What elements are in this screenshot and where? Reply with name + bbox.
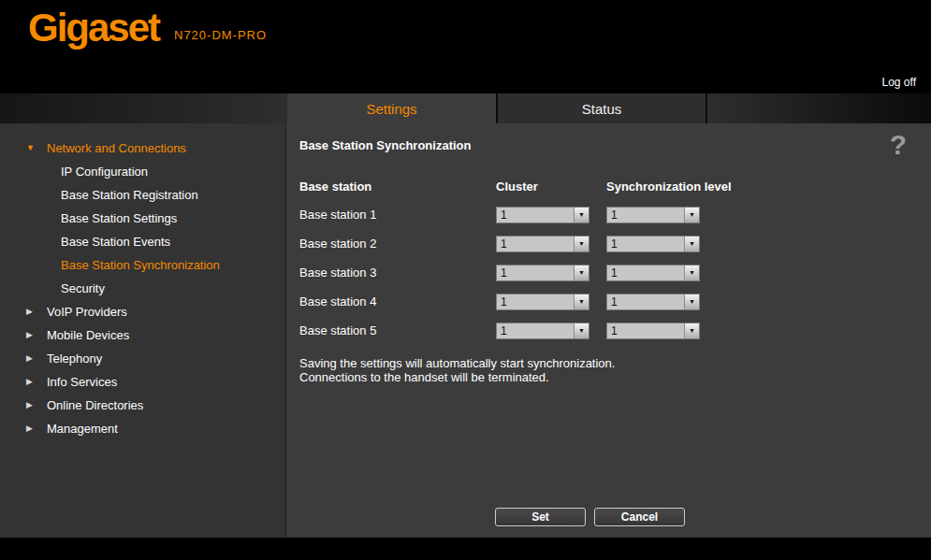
sidebar-item-label: Online Directories xyxy=(47,398,143,412)
page-title: Base Station Synchronization xyxy=(299,138,903,153)
sidebar-item-base-station-events[interactable]: Base Station Events xyxy=(0,230,285,253)
sync-level-select-5[interactable]: 1 ▼ xyxy=(606,323,700,339)
bottom-bar xyxy=(0,538,931,560)
dropdown-arrow-icon[interactable]: ▼ xyxy=(574,208,589,223)
note-line-2: Connections to the handset will be termi… xyxy=(299,370,903,384)
help-icon[interactable]: ? xyxy=(890,129,907,161)
cluster-select-1[interactable]: 1 ▼ xyxy=(496,207,589,223)
sidebar-item-label: Network and Connections xyxy=(47,141,186,155)
table-row: Base station 3 1 ▼ 1 ▼ xyxy=(299,258,903,287)
sidebar-item-mobile-devices[interactable]: ▶ Mobile Devices xyxy=(0,323,285,347)
cluster-select-3[interactable]: 1 ▼ xyxy=(496,265,589,281)
table-row: Base station 1 1 ▼ 1 ▼ xyxy=(299,200,903,229)
column-header-sync-level: Synchronization level xyxy=(606,179,903,194)
selected-value: 1 xyxy=(607,323,684,338)
selected-value: 1 xyxy=(497,208,574,223)
dropdown-arrow-icon[interactable]: ▼ xyxy=(684,294,699,309)
sync-level-select-4[interactable]: 1 ▼ xyxy=(606,294,700,310)
sidebar-item-label: Telephony xyxy=(47,352,102,366)
sync-level-select-3[interactable]: 1 ▼ xyxy=(606,265,700,281)
sidebar-item-label: Info Services xyxy=(47,375,117,389)
tab-settings[interactable]: Settings xyxy=(287,93,496,123)
action-button-row: Set Cancel xyxy=(495,508,685,526)
selected-value: 1 xyxy=(607,266,684,280)
dropdown-arrow-icon[interactable]: ▼ xyxy=(684,266,699,280)
dropdown-arrow-icon[interactable]: ▼ xyxy=(684,208,699,223)
row-label: Base station 4 xyxy=(299,294,496,309)
sidebar-item-label: Mobile Devices xyxy=(47,328,129,342)
sidebar-item-label: Management xyxy=(47,422,118,436)
note-line-1: Saving the settings will automatically s… xyxy=(299,356,903,370)
content-panel: Base Station Synchronization ? Base stat… xyxy=(286,123,931,538)
chevron-right-icon: ▶ xyxy=(26,347,39,370)
sync-level-select-1[interactable]: 1 ▼ xyxy=(606,207,700,223)
sidebar-item-telephony[interactable]: ▶ Telephony xyxy=(0,347,285,370)
header: Gigaset N720-DM-PRO Log off xyxy=(0,0,931,93)
tab-bar-right-spacer xyxy=(707,93,931,123)
sidebar-item-info-services[interactable]: ▶ Info Services xyxy=(0,370,285,394)
product-name: N720-DM-PRO xyxy=(174,28,267,42)
column-header-cluster: Cluster xyxy=(496,179,606,194)
sidebar-item-base-station-registration[interactable]: Base Station Registration xyxy=(0,183,285,207)
sidebar-item-label: VoIP Providers xyxy=(47,305,127,319)
selected-value: 1 xyxy=(497,266,574,280)
dropdown-arrow-icon[interactable]: ▼ xyxy=(574,237,589,251)
chevron-right-icon: ▶ xyxy=(26,417,39,440)
dropdown-arrow-icon[interactable]: ▼ xyxy=(684,323,699,338)
log-off-link[interactable]: Log off xyxy=(882,76,916,89)
sidebar-item-security[interactable]: Security xyxy=(0,277,285,300)
row-label: Base station 2 xyxy=(299,237,496,251)
selected-value: 1 xyxy=(497,237,574,251)
sync-level-select-2[interactable]: 1 ▼ xyxy=(606,236,700,252)
chevron-right-icon: ▶ xyxy=(26,370,39,394)
sidebar-item-online-directories[interactable]: ▶ Online Directories xyxy=(0,394,285,417)
row-label: Base station 1 xyxy=(299,208,496,222)
dropdown-arrow-icon[interactable]: ▼ xyxy=(574,294,589,309)
cancel-button[interactable]: Cancel xyxy=(594,508,685,526)
gigaset-logo: Gigaset xyxy=(28,6,159,50)
dropdown-arrow-icon[interactable]: ▼ xyxy=(684,237,699,251)
sidebar-item-base-station-settings[interactable]: Base Station Settings xyxy=(0,207,285,230)
sidebar-item-network-and-connections[interactable]: ▼ Network and Connections xyxy=(0,136,285,160)
dropdown-arrow-icon[interactable]: ▼ xyxy=(574,266,589,280)
table-row: Base station 2 1 ▼ 1 ▼ xyxy=(299,229,903,258)
sidebar-item-voip-providers[interactable]: ▶ VoIP Providers xyxy=(0,300,285,323)
column-header-base-station: Base station xyxy=(299,179,496,194)
selected-value: 1 xyxy=(607,294,684,309)
main-area: ▼ Network and Connections IP Configurati… xyxy=(0,123,931,538)
chevron-right-icon: ▶ xyxy=(26,394,39,417)
tab-bar-left-spacer xyxy=(0,93,287,123)
selected-value: 1 xyxy=(497,323,574,338)
chevron-right-icon: ▶ xyxy=(26,323,39,347)
cluster-select-2[interactable]: 1 ▼ xyxy=(496,236,589,252)
selected-value: 1 xyxy=(607,208,684,223)
cluster-select-4[interactable]: 1 ▼ xyxy=(496,294,589,310)
dropdown-arrow-icon[interactable]: ▼ xyxy=(574,323,589,338)
row-label: Base station 3 xyxy=(299,266,496,280)
table-row: Base station 5 1 ▼ 1 ▼ xyxy=(299,316,903,345)
selected-value: 1 xyxy=(607,237,684,251)
sidebar-item-ip-configuration[interactable]: IP Configuration xyxy=(0,160,285,183)
tab-bar: Settings Status xyxy=(0,93,931,123)
selected-value: 1 xyxy=(497,294,574,309)
sidebar-item-base-station-synchronization[interactable]: Base Station Synchronization xyxy=(0,253,285,277)
table-row: Base station 4 1 ▼ 1 ▼ xyxy=(299,287,903,316)
row-label: Base station 5 xyxy=(299,323,496,337)
chevron-down-icon: ▼ xyxy=(26,136,39,160)
sidebar-item-management[interactable]: ▶ Management xyxy=(0,417,285,440)
sidebar-nav: ▼ Network and Connections IP Configurati… xyxy=(0,123,286,538)
table-header-row: Base station Cluster Synchronization lev… xyxy=(299,172,903,200)
cluster-select-5[interactable]: 1 ▼ xyxy=(496,323,589,339)
chevron-right-icon: ▶ xyxy=(26,300,39,323)
tab-status[interactable]: Status xyxy=(498,93,706,123)
sync-table: Base station Cluster Synchronization lev… xyxy=(299,172,903,345)
info-note: Saving the settings will automatically s… xyxy=(299,356,903,384)
set-button[interactable]: Set xyxy=(495,508,586,526)
